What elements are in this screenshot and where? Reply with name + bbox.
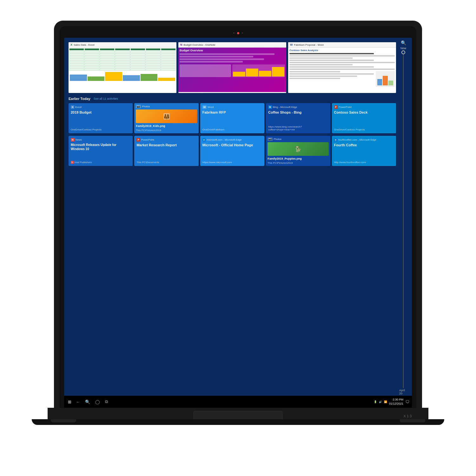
notification-button[interactable]: 🗨 <box>405 400 409 404</box>
timeline-now-label: Now <box>400 47 406 50</box>
taskbar-time-display[interactable]: 2:30 PM 01/12/2021 <box>389 398 403 406</box>
contoso-sales-title: Contoso Sales Deck <box>334 110 394 128</box>
tile-market-research[interactable]: P PowerPoint Market Research Report This… <box>134 136 198 166</box>
tile-contoso-sales[interactable]: P PowerPoint Contoso Sales Deck OneDrive… <box>332 103 396 133</box>
edge2-app-name: fourthcoffee.com - Microsoft Edge <box>338 138 376 141</box>
word-tile-header: W Fabrikam Proposal - Word <box>288 42 396 48</box>
laptop-container: 🔍 Now April 20 X Sales Data - Ex <box>0 0 476 476</box>
tile-2019-budget-title: 2019 Budget <box>71 110 130 128</box>
tile-app-row-news: N News <box>71 138 130 142</box>
ppt-small-icon: P <box>334 105 338 109</box>
screen-bezel: 🔍 Now April 20 X Sales Data - Ex <box>60 26 416 408</box>
laptop-base <box>32 419 444 425</box>
camera-dot <box>237 32 239 34</box>
news-publisher: N Nod Publishers <box>71 161 130 164</box>
market-research-subtitle: This PC\Documents <box>136 161 196 164</box>
photos-app-name: Photos <box>142 105 150 108</box>
news-publisher-name: Nod Publishers <box>75 161 92 164</box>
battery-icon: 🔋 <box>374 400 377 403</box>
word-small-icon: W <box>202 105 207 109</box>
puppies-photo-subtitle: This PC\Pictures\2019 <box>268 162 328 164</box>
tile-fourth-coffee[interactable]: e fourthcoffee.com - Microsoft Edge Four… <box>332 136 396 166</box>
word-tile[interactable]: W Fabrikam Proposal - Word Contoso Sales… <box>288 42 396 93</box>
tile-app-row: X Excel <box>71 105 130 109</box>
tile-app-row-coffee: e fourthcoffee.com - Microsoft Edge <box>334 138 394 142</box>
see-all-link[interactable]: See all 11 activities <box>94 97 118 100</box>
kids-photo-preview: 👨‍👩‍👧 <box>136 109 197 123</box>
timeline-april-label: April 20 <box>399 389 407 395</box>
tile-news-windows[interactable]: N News Microsoft Releases Update for Win… <box>69 136 133 166</box>
tile-app-row-puppies: 📷 Photos <box>268 137 328 141</box>
dot-right <box>242 32 243 34</box>
camera-bar <box>64 31 412 35</box>
photos2-small-icon: 📷 <box>268 137 273 141</box>
volume-icon: 🔊 <box>379 400 382 403</box>
brand-label: X13 <box>403 414 413 418</box>
excel-tile[interactable]: X Sales Data - Excel <box>69 42 176 93</box>
ppt2-small-icon: P <box>136 138 140 142</box>
tile-fabrikam-rfp[interactable]: W Word Fabrikam RFP OneDrive\Fabrikam <box>200 103 264 133</box>
taskbar-system: 🔋 🔊 📶 2:30 PM 01/12/2021 🗨 <box>374 398 409 406</box>
puppies-photo-title: Family2019_Puppies.png <box>268 157 328 161</box>
bing-app-name: Bing - Microsoft Edge <box>273 106 297 109</box>
puppies-photo-preview: 🐕 <box>268 142 328 156</box>
news-publisher-icon: N <box>71 161 74 164</box>
photos-small-icon: 📷 <box>136 105 141 108</box>
onenote-content: Budget Overview <box>178 48 286 92</box>
news-app-name: News <box>76 138 82 141</box>
foot-right <box>400 419 425 422</box>
laptop-feet <box>32 419 444 422</box>
kids-photo-subtitle: This PC\Pictures\2019 <box>136 129 197 132</box>
taskbar: ⊞ ← 🔍 ◯ ⧉ 🔋 🔊 📶 2:30 PM 01/12/2021 <box>64 396 412 408</box>
cortana-button[interactable]: ◯ <box>93 398 102 406</box>
back-button[interactable]: ← <box>74 398 82 406</box>
tile-puppies-photo[interactable]: 📷 Photos 🐕 Family2019_Puppies.png This P… <box>266 136 330 166</box>
ppt2-app-name: PowerPoint <box>141 138 154 141</box>
earlier-today-title: Earlier Today <box>69 97 90 101</box>
tile-app-row-rfp: W Word <box>202 105 262 109</box>
edge-app-name: microsoft.com - Microsoft Edge <box>207 138 241 141</box>
tile-microsoft-home[interactable]: e microsoft.com - Microsoft Edge Microso… <box>200 136 264 166</box>
ms-home-title: Microsoft - Official Home Page <box>202 143 262 160</box>
word-icon: W <box>290 43 293 46</box>
contoso-sales-subtitle: OneDrive/Contoso Projects <box>334 128 394 131</box>
news-small-icon: N <box>71 138 75 142</box>
puppies-photo-thumbnail: 🐕 <box>268 142 328 156</box>
tile-app-row-contoso: P PowerPoint <box>334 105 394 109</box>
time-value: 2:30 PM <box>389 398 403 402</box>
tile-app-row-bing: B Bing - Microsoft Edge <box>268 105 328 109</box>
earlier-today-grid: X Excel 2019 Budget OneDrive/Contoso Pro… <box>69 103 396 133</box>
tile-2019-budget[interactable]: X Excel 2019 Budget OneDrive/Contoso Pro… <box>69 103 133 133</box>
ms-home-subtitle: https://www.microsoft.com <box>202 161 262 164</box>
task-view-button[interactable]: ⧉ <box>103 398 110 406</box>
search-icon[interactable]: 🔍 <box>401 40 406 45</box>
excel-content <box>69 48 176 92</box>
excel-tile-header: X Sales Data - Excel <box>69 42 176 48</box>
excel-title: Sales Data - Excel <box>74 43 95 46</box>
news-windows-title: Microsoft Releases Update for Windows 10 <box>71 143 130 160</box>
coffee-bing-title: Coffee Shops - Bing <box>268 110 328 125</box>
word-content: Contoso Sales Analysis <box>288 48 396 92</box>
edge-small-icon: e <box>202 138 206 142</box>
excel-small-icon: X <box>71 105 74 109</box>
start-button[interactable]: ⊞ <box>67 398 73 406</box>
earlier-today-header: Earlier Today See all 11 activities <box>69 97 396 101</box>
photos2-app-name: Photos <box>274 138 281 141</box>
onenote-tile[interactable]: N Budget Overview - OneNote Budget Overv… <box>178 42 286 93</box>
word-app-name: Word <box>208 106 214 109</box>
laptop-outer: 🔍 Now April 20 X Sales Data - Ex <box>54 21 422 408</box>
ppt-app-name: PowerPoint <box>339 106 352 109</box>
timeline-line <box>403 54 404 388</box>
tile-2019-budget-subtitle: OneDrive/Contoso Projects <box>71 128 130 131</box>
tile-kids-photo[interactable]: 📷 Photos 👨‍👩‍👧 Family2019_Kids.png This … <box>134 103 198 133</box>
fabrikam-rfp-title: Fabrikam RFP <box>202 110 262 128</box>
timeline-circle <box>401 50 405 54</box>
tile-coffee-bing[interactable]: B Bing - Microsoft Edge Coffee Shops - B… <box>266 103 330 133</box>
content-area: X Sales Data - Excel <box>64 38 412 396</box>
fabrikam-rfp-subtitle: OneDrive\Fabrikam <box>202 128 262 131</box>
search-button[interactable]: 🔍 <box>83 398 92 406</box>
excel-app-name: Excel <box>75 106 82 109</box>
market-research-title: Market Research Report <box>136 143 196 160</box>
edge2-small-icon: e <box>334 138 337 142</box>
fourth-coffee-title: Fourth Coffee <box>334 143 394 160</box>
